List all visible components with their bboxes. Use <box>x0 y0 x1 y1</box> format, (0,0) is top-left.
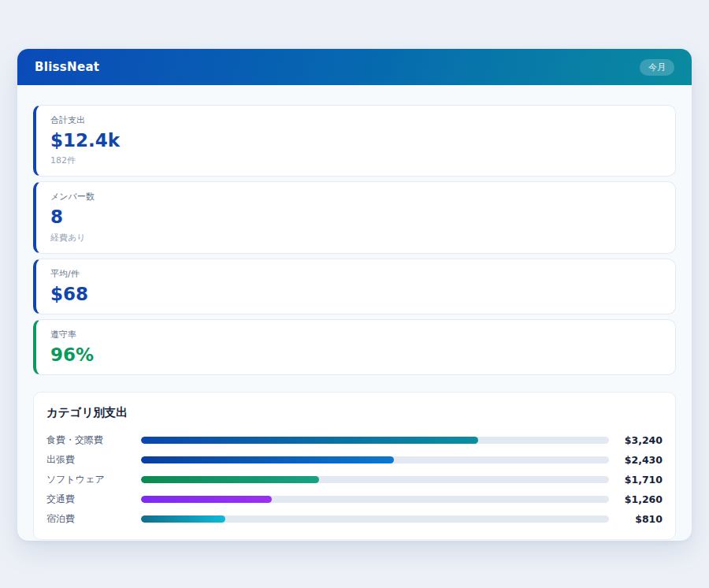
category-bar-track <box>141 515 609 523</box>
stat-label: メンバー数 <box>50 191 661 203</box>
category-label: ソフトウェア <box>46 473 141 486</box>
category-row: 出張費 $2,430 <box>46 450 663 470</box>
category-row: 食費・交際費 $3,240 <box>46 430 663 450</box>
stat-sub: 182件 <box>50 154 661 166</box>
stat-value: 8 <box>50 207 661 227</box>
stat-value: $68 <box>50 285 661 304</box>
category-bar-fill <box>141 437 478 444</box>
category-row: ソフトウェア $1,710 <box>46 470 663 489</box>
category-bar-track <box>141 456 609 463</box>
category-amount: $1,260 <box>609 493 663 505</box>
category-bar-fill <box>141 456 394 463</box>
dashboard-panel: BlissNeat 今月 合計支出 $12.4k 182件 メンバー数 8 経費… <box>17 49 692 541</box>
stat-value: $12.4k <box>50 131 661 151</box>
stats-list: 合計支出 $12.4k 182件 メンバー数 8 経費あり 平均/件 $68 遵… <box>33 105 676 375</box>
stat-card: 遵守率 96% <box>33 319 676 375</box>
category-amount: $1,710 <box>609 474 663 486</box>
stat-card: メンバー数 8 経費あり <box>33 181 676 253</box>
stat-card: 平均/件 $68 <box>33 259 676 314</box>
category-bar-fill <box>141 496 272 503</box>
stat-value: 96% <box>50 345 661 365</box>
stat-sub: 経費あり <box>50 232 661 244</box>
category-bar-fill <box>141 476 319 483</box>
category-amount: $2,430 <box>609 454 663 466</box>
app-title: BlissNeat <box>35 60 99 74</box>
category-section-title: カテゴリ別支出 <box>46 405 663 420</box>
category-spend-card: カテゴリ別支出 食費・交際費 $3,240 出張費 $2,430 ソフトウェア … <box>33 392 676 540</box>
app-header: BlissNeat 今月 <box>17 49 692 85</box>
category-label: 出張費 <box>46 453 141 467</box>
category-amount: $810 <box>609 513 663 525</box>
category-bar-track <box>141 437 609 444</box>
stat-label: 合計支出 <box>50 114 661 126</box>
category-label: 宿泊費 <box>46 512 141 526</box>
category-amount: $3,240 <box>609 434 663 446</box>
category-label: 交通費 <box>46 493 141 506</box>
category-bar-track <box>141 476 609 483</box>
period-badge[interactable]: 今月 <box>640 59 674 76</box>
stat-label: 平均/件 <box>50 268 661 280</box>
stat-label: 遵守率 <box>50 329 661 341</box>
category-row: 宿泊費 $810 <box>46 509 663 529</box>
stat-card: 合計支出 $12.4k 182件 <box>33 105 676 177</box>
category-bar-fill <box>141 515 225 523</box>
category-rows: 食費・交際費 $3,240 出張費 $2,430 ソフトウェア $1,710 交… <box>46 430 663 529</box>
dashboard-content: 合計支出 $12.4k 182件 メンバー数 8 経費あり 平均/件 $68 遵… <box>17 85 692 541</box>
category-label: 食費・交際費 <box>46 434 141 447</box>
category-row: 交通費 $1,260 <box>46 489 663 509</box>
category-bar-track <box>141 496 609 503</box>
